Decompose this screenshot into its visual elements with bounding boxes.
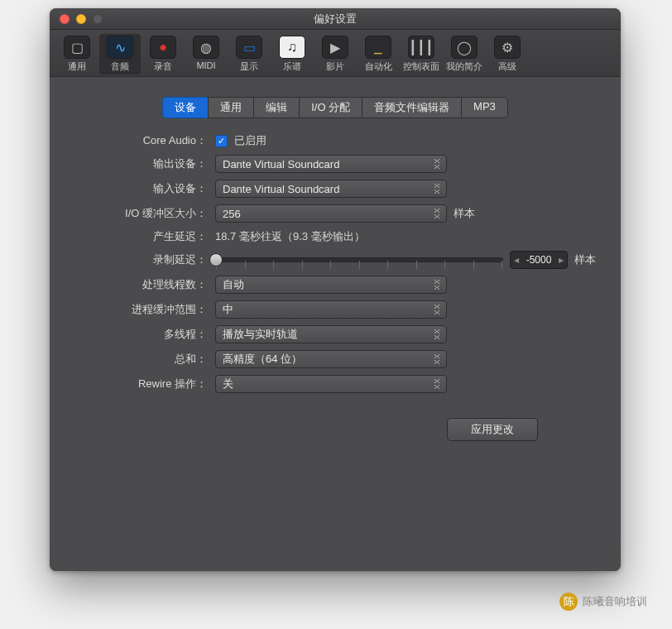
summing-value: 高精度（64 位） [223,352,302,367]
toolbar-label: MIDI [196,60,215,70]
row-core-audio: Core Audio： ✓ 已启用 [74,133,596,148]
close-button[interactable] [60,14,70,24]
general-icon: ▢ [64,36,90,59]
brand-text: 陈曦音响培训 [583,594,647,609]
output-device-value: Dante Virtual Soundcard [223,158,339,170]
toolbar-item-control-surfaces[interactable]: ┃┃┃控制表面 [401,34,442,74]
toolbar: ▢通用∿音频●录音◍MIDI▭显示♫乐谱▶影片⎯自动化┃┃┃控制表面◯我的简介⚙… [50,30,621,77]
display-icon: ▭ [236,36,262,59]
io-buffer-value: 256 [223,208,241,220]
toolbar-item-general[interactable]: ▢通用 [56,34,98,74]
video-icon: ▶ [322,36,348,59]
window-controls [50,14,103,24]
process-buffer-select[interactable]: 中 [215,300,447,319]
toolbar-label: 音频 [111,60,129,73]
automation-icon: ⎯ [365,36,391,59]
preferences-window: 偏好设置 ▢通用∿音频●录音◍MIDI▭显示♫乐谱▶影片⎯自动化┃┃┃控制表面◯… [50,8,621,571]
threads-value: 自动 [223,277,244,292]
minimize-button[interactable] [76,14,86,24]
label-multithread: 多线程： [74,327,207,342]
toolbar-label: 控制表面 [403,60,439,73]
subtab-3[interactable]: I/O 分配 [299,97,362,118]
toolbar-label: 我的简介 [446,60,482,73]
toolbar-item-advanced[interactable]: ⚙高级 [487,34,528,74]
toolbar-label: 影片 [326,60,344,73]
score-icon: ♫ [279,36,305,59]
subtab-0[interactable]: 设备 [162,97,208,118]
row-multithread: 多线程： 播放与实时轨道 [74,325,596,343]
slider-ticks [216,253,502,266]
row-rewire: Rewire 操作： 关 [74,375,596,393]
advanced-icon: ⚙ [494,36,521,59]
footer-brand: 陈 陈曦音响培训 [559,593,647,611]
toolbar-item-my-info[interactable]: ◯我的简介 [444,34,485,74]
record-delay-slider[interactable] [215,257,503,262]
label-rewire: Rewire 操作： [74,377,207,391]
input-device-select[interactable]: Dante Virtual Soundcard [215,180,447,198]
label-latency: 产生延迟： [74,229,207,244]
slider-thumb[interactable] [209,253,223,266]
multithread-value: 播放与实时轨道 [223,327,298,342]
toolbar-label: 显示 [240,60,258,73]
toolbar-item-score[interactable]: ♫乐谱 [271,34,313,74]
record-delay-value-box[interactable]: -5000 [510,251,568,269]
apply-changes-button[interactable]: 应用更改 [447,418,538,441]
brand-avatar-icon: 陈 [559,593,578,611]
threads-select[interactable]: 自动 [215,276,447,294]
label-threads: 处理线程数： [74,277,207,292]
toolbar-label: 乐谱 [283,60,301,73]
my-info-icon: ◯ [451,36,478,59]
toolbar-item-midi[interactable]: ◍MIDI [185,34,227,74]
process-buffer-value: 中 [223,302,233,317]
titlebar: 偏好设置 [50,8,621,30]
subtab-4[interactable]: 音频文件编辑器 [362,97,461,118]
toolbar-item-video[interactable]: ▶影片 [314,34,356,74]
zoom-button[interactable] [93,14,103,24]
io-buffer-unit: 样本 [454,206,475,221]
rewire-value: 关 [223,377,233,391]
record-delay-value: -5000 [526,254,552,266]
row-summing: 总和： 高精度（64 位） [74,350,596,368]
subtab-5[interactable]: MP3 [461,97,508,118]
row-output-device: 输出设备： Dante Virtual Soundcard [74,155,596,173]
row-process-buffer: 进程缓冲范围： 中 [74,300,596,319]
toolbar-label: 自动化 [365,60,392,73]
toolbar-label: 录音 [154,60,172,73]
toolbar-item-record[interactable]: ●录音 [142,34,184,74]
latency-text: 18.7 毫秒往返（9.3 毫秒输出） [215,229,365,244]
toolbar-item-audio[interactable]: ∿音频 [99,34,141,74]
row-threads: 处理线程数： 自动 [74,276,596,294]
content-area: 设备通用编辑I/O 分配音频文件编辑器MP3 Core Audio： ✓ 已启用… [50,77,621,571]
io-buffer-select[interactable]: 256 [215,204,447,223]
row-io-buffer: I/O 缓冲区大小： 256 样本 [74,204,596,223]
window-title: 偏好设置 [50,12,621,26]
toolbar-label: 高级 [498,60,516,73]
summing-select[interactable]: 高精度（64 位） [215,350,447,368]
label-process-buffer: 进程缓冲范围： [74,302,207,317]
row-input-device: 输入设备： Dante Virtual Soundcard [74,180,596,198]
subtab-2[interactable]: 编辑 [253,97,299,118]
label-input-device: 输入设备： [74,181,207,196]
row-record-delay: 录制延迟： -5000 样本 [74,251,596,269]
label-core-audio: Core Audio： [74,133,207,148]
input-device-value: Dante Virtual Soundcard [223,183,339,195]
core-audio-enabled-text: 已启用 [234,133,266,148]
multithread-select[interactable]: 播放与实时轨道 [215,325,447,343]
label-io-buffer: I/O 缓冲区大小： [74,206,207,221]
audio-icon: ∿ [107,36,133,59]
record-delay-unit: 样本 [574,252,596,267]
toolbar-label: 通用 [68,60,86,73]
core-audio-checkbox[interactable]: ✓ [215,135,228,147]
subtabs: 设备通用编辑I/O 分配音频文件编辑器MP3 [74,85,596,127]
label-output-device: 输出设备： [74,156,207,171]
rewire-select[interactable]: 关 [215,375,447,393]
row-latency: 产生延迟： 18.7 毫秒往返（9.3 毫秒输出） [74,229,596,244]
control-surfaces-icon: ┃┃┃ [408,36,434,59]
toolbar-item-display[interactable]: ▭显示 [228,34,270,74]
subtab-1[interactable]: 通用 [208,97,253,118]
label-record-delay: 录制延迟： [74,252,207,267]
midi-icon: ◍ [193,36,219,59]
toolbar-item-automation[interactable]: ⎯自动化 [358,34,399,74]
output-device-select[interactable]: Dante Virtual Soundcard [215,155,447,173]
record-icon: ● [150,36,176,59]
